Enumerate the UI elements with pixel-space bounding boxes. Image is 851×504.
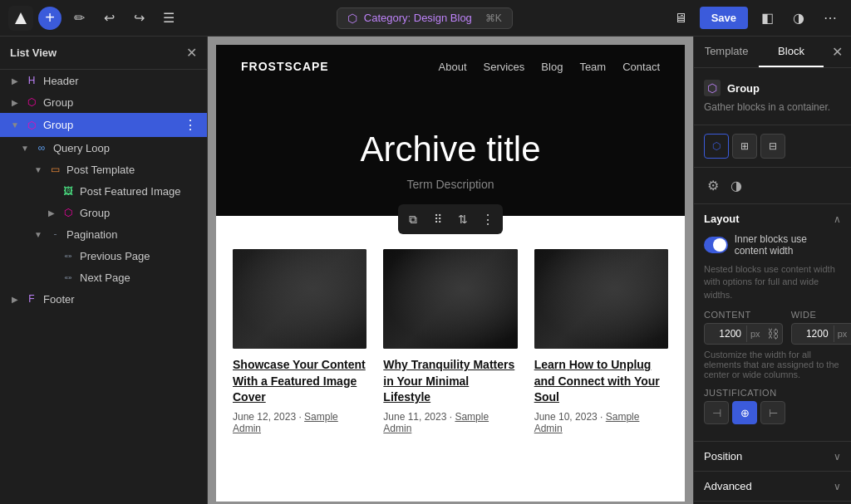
sidebar-item-group3[interactable]: ▶ ⬡ Group [0,202,207,223]
post-card[interactable]: Why Tranquility Matters in Your Minimal … [383,249,517,434]
wide-width-input-wrap: px ⛓ [791,323,851,345]
panel-header: List View ✕ [0,37,207,70]
sidebar-item-label: Post Template [66,164,135,176]
left-panel: List View ✕ ▶ H Header ▶ ⬡ Group ▼ ⬡ Gro… [0,37,208,504]
add-button[interactable]: + [38,7,61,30]
topbar: + ✏ ↩ ↪ ☰ ⬡ Category: Design Blog ⌘K 🖥 S… [0,0,851,37]
layout-chevron-icon: ∧ [834,213,841,225]
settings-gear-icon[interactable]: ⚙ [704,174,722,197]
post-title: Why Tranquility Matters in Your Minimal … [383,357,517,406]
style-icon-stack[interactable]: ⊟ [760,134,785,159]
sidebar-item-label: Group [43,119,73,131]
canvas-inner: FROSTSCAPE About Services Blog Team Cont… [208,37,693,504]
content-link-button[interactable]: ⛓ [764,324,782,344]
panel-close-button[interactable]: ✕ [186,45,197,61]
more-block-options[interactable]: ⋮ [476,208,499,231]
post-meta: June 11, 2023 · Sample Admin [383,411,517,434]
thumb-placeholder [383,249,517,349]
justify-right-button[interactable]: ⊢ [760,401,785,424]
page-selector[interactable]: ⬡ Category: Design Blog ⌘K [337,7,513,29]
save-button[interactable]: Save [700,7,748,29]
sidebar-item-label: Next Page [80,272,130,284]
theme-toggle-button[interactable]: ◑ [786,6,811,31]
right-panel-close[interactable]: ✕ [824,44,851,60]
justify-center-button[interactable]: ⊕ [732,401,757,424]
sidebar-item-post-featured-image[interactable]: ▶ 🖼 Post Featured Image [0,180,207,202]
template-icon: ▭ [48,163,61,176]
style-icon-group[interactable]: ⬡ [704,134,729,159]
list-view-button[interactable]: ☰ [156,6,181,31]
sidebar-item-group1[interactable]: ▶ ⬡ Group [0,91,207,113]
site-menu: About Services Blog Team Contact [439,61,660,73]
toggle-row: Inner blocks use content width [704,233,841,257]
move-button[interactable]: ⇅ [451,208,475,231]
post-date: June 11, 2023 [383,411,446,423]
wide-width-input[interactable] [792,325,834,343]
advanced-label: Advanced [704,480,752,492]
post-card[interactable]: Learn How to Unplug and Connect with You… [534,249,668,434]
thumb-placeholder [534,249,668,349]
desktop-view-button[interactable]: 🖥 [668,6,693,31]
sidebar-item-header[interactable]: ▶ H Header [0,70,207,91]
block-info-header: ⬡ Group [704,80,841,96]
sidebar-item-label: Header [43,75,79,87]
posts-grid: Showcase Your Content With a Featured Im… [233,249,668,434]
page-icon: «» [61,249,75,262]
post-thumbnail [383,249,517,349]
nav-team[interactable]: Team [579,61,606,73]
justify-left-button[interactable]: ⊣ [704,401,729,424]
layout-section-header[interactable]: Layout ∧ [694,204,851,233]
sidebar-item-post-template[interactable]: ▼ ▭ Post Template [0,159,207,180]
position-chevron-icon: ∨ [834,451,841,462]
tab-template[interactable]: Template [694,37,759,67]
nav-about[interactable]: About [439,61,467,73]
style-icon-row[interactable]: ⊞ [732,134,757,159]
sidebar-item-pagination[interactable]: ▼ ··· Pagination [0,223,207,245]
post-thumbnail [233,249,366,349]
position-section-header[interactable]: Position ∨ [694,442,851,472]
settings-theme-icon[interactable]: ◑ [727,174,745,197]
wide-width-group: WIDE px ⛓ [791,310,851,345]
content-width-group: CONTENT px ⛓ [704,310,783,345]
advanced-section-header[interactable]: Advanced ∨ [694,472,851,502]
posts-section: Showcase Your Content With a Featured Im… [216,216,685,451]
undo-button[interactable]: ↩ [96,6,121,31]
toggle-label: Inner blocks use content width [735,233,841,257]
drag-handle[interactable]: ⠿ [426,208,450,231]
header-icon: H [25,74,38,87]
post-date: June 10, 2023 [534,411,598,423]
sidebar-item-prev-page[interactable]: ▶ «» Previous Page [0,245,207,267]
group-icon: ⬡ [25,95,38,109]
post-card[interactable]: Showcase Your Content With a Featured Im… [233,249,366,434]
advanced-chevron-icon: ∨ [834,481,841,492]
post-thumbnail [534,249,668,349]
site-logo-icon [8,6,33,31]
inner-blocks-toggle[interactable] [704,237,728,253]
transform-button[interactable]: ⧉ [401,208,425,231]
position-label: Position [704,450,742,462]
sidebar-item-group2[interactable]: ▼ ⬡ Group ⋮ [0,113,207,137]
sidebar-item-label: Query Loop [53,142,110,154]
content-label: CONTENT [704,310,783,320]
sidebar-item-query-loop[interactable]: ▼ ∞ Query Loop [0,137,207,159]
sidebar-item-label: Group [43,96,73,109]
nav-services[interactable]: Services [484,61,525,73]
justification-row: ⊣ ⊕ ⊢ [704,401,841,424]
nav-blog[interactable]: Blog [541,61,563,73]
redo-button[interactable]: ↪ [126,6,151,31]
content-width-input[interactable] [705,325,746,343]
draw-button[interactable]: ✏ [66,6,91,31]
more-options-icon[interactable]: ⋮ [184,117,197,133]
block-icon: ⬡ [704,80,721,96]
nav-contact[interactable]: Contact [622,61,660,73]
chevron-icon: ▼ [33,165,43,174]
chevron-icon: ▼ [10,120,20,130]
sidebar-item-next-page[interactable]: ▶ «» Next Page [0,267,207,288]
post-meta: June 10, 2023 · Sample Admin [534,411,668,434]
post-meta: June 12, 2023 · Sample Admin [233,411,366,434]
tab-block[interactable]: Block [759,37,824,67]
panel-toggle-button[interactable]: ◧ [755,6,780,31]
page-icon: «» [61,271,75,284]
more-options-button[interactable]: ⋯ [818,6,843,31]
sidebar-item-footer[interactable]: ▶ F Footer [0,288,207,310]
